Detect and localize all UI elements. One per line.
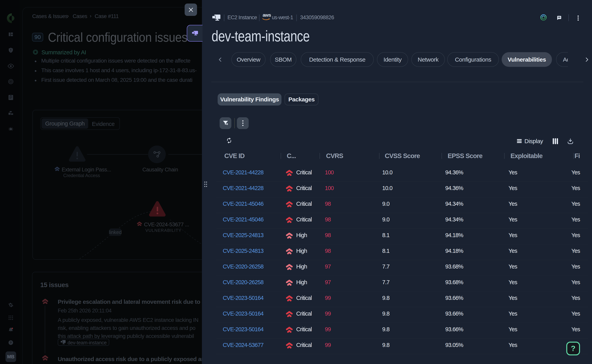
svg-text:?: ? [10, 341, 12, 344]
